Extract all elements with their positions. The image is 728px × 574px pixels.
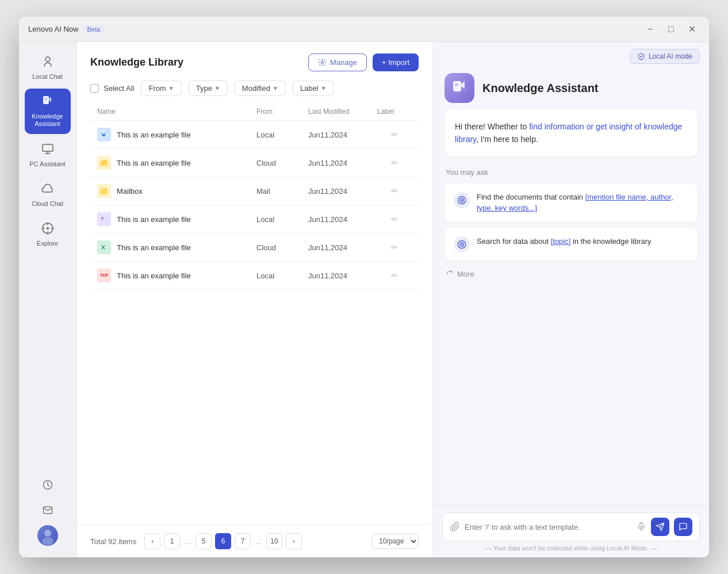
mail-icon-btn[interactable]	[37, 500, 58, 521]
chat-text-input[interactable]	[465, 523, 631, 531]
prev-page-button[interactable]: ‹	[144, 533, 160, 549]
col-modified-header: Last Modified	[308, 108, 377, 116]
cloud-chat-icon	[41, 182, 55, 198]
svg-rect-25	[640, 523, 643, 527]
file-modified: Jun11,2024	[308, 271, 377, 280]
table-row[interactable]: T This is an example file Local Jun11,20…	[90, 205, 419, 234]
file-from: Local	[256, 215, 308, 224]
select-all-wrap: Select All	[90, 84, 134, 93]
filter-from-button[interactable]: From ▼	[141, 81, 181, 96]
privacy-note: — Your data won't be collected while usi…	[442, 541, 700, 553]
svg-point-21	[461, 199, 463, 201]
sidebar-item-local-chat[interactable]: Local Chat	[25, 49, 71, 86]
filter-type-button[interactable]: Type ▼	[189, 81, 228, 96]
local-ai-mode-badge[interactable]: Local AI mode	[630, 49, 700, 64]
minimize-button[interactable]: −	[642, 21, 658, 37]
history-icon-btn[interactable]	[37, 474, 58, 495]
import-button[interactable]: + Import	[373, 53, 419, 71]
send-button[interactable]	[651, 518, 669, 536]
svg-point-10	[321, 62, 324, 64]
greeting-card: Hi there! Whether to find information or…	[445, 110, 698, 156]
edit-icon[interactable]: ✏	[391, 130, 398, 139]
select-all-label[interactable]: Select All	[104, 84, 134, 93]
table-row[interactable]: PDF This is an example file Local Jun11,…	[90, 262, 419, 290]
assistant-avatar	[445, 73, 474, 103]
file-name-cell: Mailbox	[97, 184, 256, 198]
window-controls: − □ ✕	[642, 21, 700, 37]
file-name-cell: This is an example file	[97, 240, 256, 254]
edit-icon[interactable]: ✏	[391, 186, 398, 196]
page-size-select[interactable]: 10/page 20/page 50/page	[371, 534, 419, 549]
suggestion-card-2[interactable]: Search for data about [topic] in the kno…	[445, 228, 698, 261]
edit-icon[interactable]: ✏	[391, 215, 398, 224]
file-name: This is an example file	[117, 131, 191, 139]
assistant-header: Knowledge Assistant	[433, 64, 709, 110]
microphone-button[interactable]	[636, 522, 646, 532]
edit-icon[interactable]: ✏	[391, 243, 398, 252]
shield-icon	[637, 52, 645, 60]
pagination: Total 92 items ‹ 1 ... 5 6 7 ... 10 › 10…	[76, 525, 432, 557]
table-row[interactable]: This is an example file Cloud Jun11,2024…	[90, 149, 419, 177]
filter-modified-button[interactable]: Modified ▼	[235, 81, 286, 96]
file-from: Cloud	[256, 159, 308, 167]
table-row[interactable]: Mailbox Mail Jun11,2024 ✏	[90, 177, 419, 205]
close-button[interactable]: ✕	[684, 21, 700, 37]
sidebar-item-knowledge-assistant[interactable]: KnowledgeAssistant	[25, 89, 71, 133]
file-table: Name From Last Modified Label	[76, 103, 432, 525]
select-all-checkbox[interactable]	[90, 84, 99, 93]
library-header: Knowledge Library Manage + Import	[76, 42, 432, 81]
svg-text:T: T	[101, 216, 104, 221]
suggestion-text-2: Search for data about [topic] in the kno…	[477, 236, 652, 247]
sidebar: Local Chat KnowledgeAssistant	[19, 42, 76, 557]
main-content: Local Chat KnowledgeAssistant	[19, 42, 709, 557]
suggestion-card-1[interactable]: Find the documents that contain [mention…	[445, 183, 698, 222]
type-chevron-icon: ▼	[214, 85, 220, 91]
user-avatar[interactable]	[37, 525, 58, 546]
manage-icon	[318, 58, 327, 67]
manage-button[interactable]: Manage	[308, 53, 367, 71]
file-name-cell: This is an example file	[97, 156, 256, 170]
edit-icon[interactable]: ✏	[391, 271, 398, 280]
page-btn-1[interactable]: 1	[164, 533, 180, 549]
next-page-button[interactable]: ›	[286, 533, 302, 549]
sidebar-item-cloud-chat[interactable]: Cloud Chat	[25, 176, 71, 213]
edit-icon[interactable]: ✏	[391, 158, 398, 167]
sidebar-item-label-local-chat: Local Chat	[32, 73, 63, 81]
sidebar-item-label-knowledge: KnowledgeAssistant	[32, 113, 63, 128]
pagination-total: Total 92 items	[90, 537, 136, 546]
file-label-cell: ✏	[377, 243, 412, 252]
file-name-cell: T This is an example file	[97, 212, 256, 226]
sidebar-item-pc-assistant[interactable]: PC Assistant	[25, 136, 71, 174]
svg-rect-18	[455, 83, 458, 86]
svg-point-8	[44, 530, 51, 537]
knowledge-library-panel: Knowledge Library Manage + Import	[76, 42, 433, 557]
filter-label-button[interactable]: Label ▼	[293, 81, 334, 96]
assistant-topbar: Local AI mode	[433, 42, 709, 64]
page-btn-6[interactable]: 6	[215, 533, 231, 549]
suggestion-link-2[interactable]: [topic]	[551, 237, 571, 246]
table-row[interactable]: This is an example file Local Jun11,2024…	[90, 121, 419, 149]
page-btn-5[interactable]: 5	[196, 533, 212, 549]
file-label-cell: ✏	[377, 215, 412, 224]
suggestion-icon-2	[454, 236, 470, 252]
mailbox-icon	[97, 184, 111, 198]
table-row[interactable]: This is an example file Cloud Jun11,2024…	[90, 234, 419, 262]
sidebar-item-label-explore: Explore	[37, 240, 58, 247]
page-btn-7[interactable]: 7	[235, 533, 251, 549]
sidebar-item-label-pc: PC Assistant	[29, 160, 65, 168]
assistant-name: Knowledge Assistant	[482, 82, 599, 95]
page-btn-10[interactable]: 10	[266, 533, 282, 549]
suggestion-icon-1	[454, 192, 470, 208]
extra-action-button[interactable]	[674, 518, 692, 536]
svg-point-9	[42, 537, 53, 545]
svg-text:PDF: PDF	[101, 273, 109, 277]
maximize-button[interactable]: □	[663, 21, 679, 37]
suggestion-link-1[interactable]: [mention file name, author, type, key wo…	[477, 193, 673, 213]
attach-button[interactable]	[450, 522, 460, 532]
sidebar-item-explore[interactable]: Explore	[25, 216, 71, 253]
microphone-icon	[636, 522, 646, 532]
more-suggestions-button[interactable]: More	[445, 266, 698, 282]
file-name: This is an example file	[117, 243, 191, 252]
file-label-cell: ✏	[377, 271, 412, 280]
page-ellipsis-1: ...	[183, 537, 192, 546]
